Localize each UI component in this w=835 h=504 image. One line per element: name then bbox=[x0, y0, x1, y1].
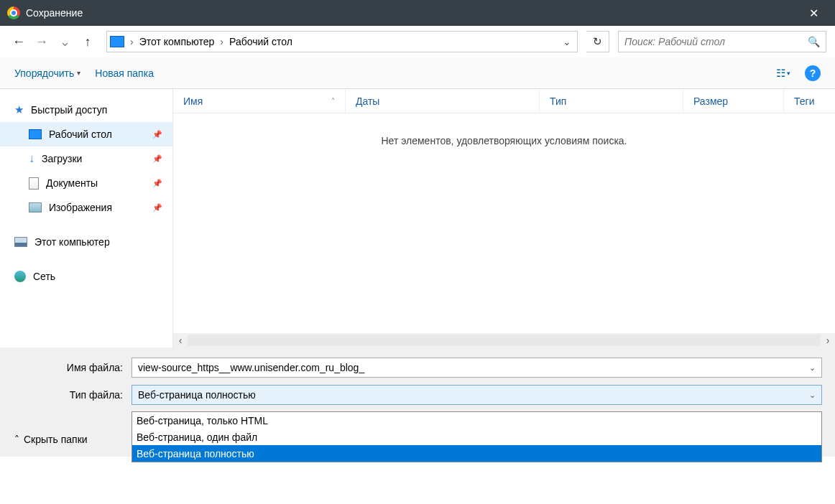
pin-icon: 📌 bbox=[152, 154, 162, 164]
sort-caret-icon: ˄ bbox=[331, 97, 335, 105]
column-name[interactable]: Имя˄ bbox=[173, 89, 346, 113]
save-panel: Имя файла: view-source_https__www.unisen… bbox=[0, 347, 835, 422]
back-icon[interactable]: ← bbox=[9, 34, 29, 50]
new-folder-button[interactable]: Новая папка bbox=[95, 67, 154, 79]
pin-icon: 📌 bbox=[152, 203, 162, 213]
sidebar-item-label: Быстрый доступ bbox=[31, 104, 107, 116]
sidebar-item-label: Документы bbox=[46, 177, 98, 189]
help-icon[interactable]: ? bbox=[805, 65, 821, 81]
close-icon[interactable]: ✕ bbox=[799, 6, 828, 20]
download-icon: ↓ bbox=[29, 152, 34, 165]
sidebar-item-desktop[interactable]: Рабочий стол📌 bbox=[0, 122, 172, 146]
chevron-down-icon[interactable]: ⌄ bbox=[809, 363, 816, 373]
filename-label: Имя файла: bbox=[13, 362, 132, 373]
column-type[interactable]: Тип bbox=[540, 89, 683, 113]
dropdown-option-single-file[interactable]: Веб-страница, один файл bbox=[132, 429, 821, 445]
window-title: Сохранение bbox=[26, 7, 799, 19]
sidebar-item-pictures[interactable]: Изображения📌 bbox=[0, 195, 172, 220]
filetype-combobox[interactable]: Веб-страница полностью⌄ bbox=[132, 385, 822, 405]
sidebar-item-thispc[interactable]: Этот компьютер bbox=[0, 230, 172, 254]
file-list-area: Имя˄ Даты Тип Размер Теги Нет элементов,… bbox=[172, 89, 835, 347]
horizontal-scrollbar[interactable]: ‹ › bbox=[173, 333, 835, 347]
scroll-right-icon[interactable]: › bbox=[821, 335, 835, 346]
breadcrumb-thispc[interactable]: Этот компьютер bbox=[137, 34, 218, 49]
recent-dropdown-icon[interactable]: ⌄ bbox=[55, 34, 75, 50]
column-size[interactable]: Размер bbox=[683, 89, 784, 113]
folder-icon bbox=[29, 129, 42, 139]
scroll-left-icon[interactable]: ‹ bbox=[173, 335, 188, 346]
chevron-down-icon[interactable]: ⌄ bbox=[560, 36, 574, 47]
chevron-right-icon[interactable]: › bbox=[218, 36, 225, 47]
column-dates[interactable]: Даты bbox=[346, 89, 540, 113]
network-icon bbox=[14, 271, 26, 282]
sidebar-item-label: Сеть bbox=[33, 271, 55, 282]
filetype-value: Веб-страница полностью bbox=[138, 389, 256, 401]
chevron-down-icon: ▾ bbox=[77, 69, 80, 77]
breadcrumb[interactable]: › Этот компьютер › Рабочий стол ⌄ bbox=[106, 31, 578, 52]
search-input[interactable] bbox=[624, 36, 808, 47]
up-icon[interactable]: ↑ bbox=[78, 34, 98, 50]
pictures-icon bbox=[29, 202, 42, 213]
sidebar-item-documents[interactable]: Документы📌 bbox=[0, 171, 172, 195]
pin-icon: 📌 bbox=[152, 179, 162, 188]
navbar: ← → ⌄ ↑ › Этот компьютер › Рабочий стол … bbox=[0, 26, 835, 57]
pc-icon bbox=[110, 36, 124, 47]
pc-icon bbox=[14, 237, 27, 247]
filetype-dropdown: Веб-страница, только HTML Веб-страница, … bbox=[132, 411, 822, 462]
search-box[interactable]: 🔍 bbox=[618, 31, 826, 52]
hide-folders-button[interactable]: ˄Скрыть папки bbox=[14, 434, 88, 445]
forward-icon[interactable]: → bbox=[32, 34, 52, 50]
chevron-up-icon: ˄ bbox=[14, 434, 19, 445]
sidebar-item-label: Загрузки bbox=[42, 153, 82, 164]
sidebar-item-network[interactable]: Сеть bbox=[0, 264, 172, 289]
filetype-label: Тип файла: bbox=[13, 389, 132, 401]
view-options-button[interactable]: ☷ ▾ bbox=[776, 67, 790, 80]
titlebar: Сохранение ✕ bbox=[0, 0, 835, 26]
sidebar-item-label: Изображения bbox=[49, 202, 112, 213]
refresh-icon[interactable]: ↻ bbox=[586, 31, 609, 52]
chevron-right-icon[interactable]: › bbox=[129, 36, 135, 47]
dropdown-option-complete[interactable]: Веб-страница полностью bbox=[132, 445, 821, 462]
sidebar-item-downloads[interactable]: ↓Загрузки📌 bbox=[0, 146, 172, 171]
empty-message: Нет элементов, удовлетворяющих условиям … bbox=[173, 113, 835, 333]
document-icon bbox=[29, 177, 39, 190]
column-tags[interactable]: Теги bbox=[784, 89, 835, 113]
column-headers: Имя˄ Даты Тип Размер Теги bbox=[173, 89, 835, 113]
pin-icon: 📌 bbox=[152, 130, 162, 139]
scroll-track[interactable] bbox=[188, 335, 821, 346]
sidebar: ★Быстрый доступ Рабочий стол📌 ↓Загрузки📌… bbox=[0, 89, 172, 347]
search-icon[interactable]: 🔍 bbox=[808, 36, 820, 47]
organize-button[interactable]: Упорядочить ▾ bbox=[14, 67, 80, 79]
sidebar-item-quick-access[interactable]: ★Быстрый доступ bbox=[0, 98, 172, 122]
sidebar-item-label: Рабочий стол bbox=[49, 129, 112, 140]
filename-input[interactable]: view-source_https__www.unisender.com_ru_… bbox=[132, 358, 822, 378]
chevron-down-icon[interactable]: ⌄ bbox=[809, 391, 816, 400]
filename-value: view-source_https__www.unisender.com_ru_… bbox=[138, 362, 364, 373]
dropdown-option-html-only[interactable]: Веб-страница, только HTML bbox=[132, 412, 821, 429]
toolbar: Упорядочить ▾ Новая папка ☷ ▾ ? bbox=[0, 57, 835, 89]
breadcrumb-desktop[interactable]: Рабочий стол bbox=[226, 34, 295, 49]
chrome-icon bbox=[7, 6, 20, 19]
sidebar-item-label: Этот компьютер bbox=[34, 236, 110, 248]
star-icon: ★ bbox=[14, 103, 24, 116]
